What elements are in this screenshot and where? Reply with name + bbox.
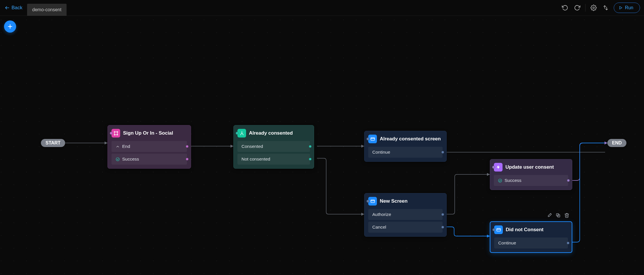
node-output-success[interactable]: Success [112,154,187,165]
node-output-handle[interactable] [186,158,188,161]
svg-point-1 [593,7,594,9]
success-icon [116,157,120,161]
node-output-handle[interactable] [309,145,311,148]
node-input-handle[interactable] [367,138,369,140]
node-title: New Screen [380,198,407,204]
node-type-icon [368,135,377,143]
bolt-icon [496,165,501,169]
node-title: Already consented screen [380,136,441,142]
back-label: Back [12,5,22,11]
node-output-consented[interactable]: Consented [237,141,310,152]
end-pill: END [607,139,626,147]
row-label: Continue [498,240,516,246]
add-node-button[interactable] [4,20,16,33]
node-output-handle[interactable] [567,179,570,182]
node-output-authorize[interactable]: Authorize [368,209,443,220]
toolbar-divider [585,4,586,12]
svg-marker-9 [487,173,490,176]
node-did-not-consent[interactable]: Did not Consent Continue [490,221,572,253]
play-icon [619,6,623,10]
screen-icon [370,137,375,142]
svg-marker-8 [361,213,364,216]
node-input-handle[interactable] [492,166,495,169]
node-type-icon [112,129,120,138]
node-output-cancel[interactable]: Cancel [368,222,443,233]
node-output-handle[interactable] [441,151,444,154]
node-toolbar [547,213,570,219]
node-input-handle[interactable] [236,132,239,135]
node-already-consented-screen[interactable]: Already consented screen Continue [364,131,447,162]
node-update-user-consent[interactable]: Update user consent Success [490,159,572,190]
back-button[interactable]: Back [0,0,27,16]
svg-marker-11 [605,142,607,144]
svg-point-15 [114,131,115,132]
settings-button[interactable] [590,4,598,12]
plus-icon [7,23,13,30]
redo-button[interactable] [573,4,581,12]
node-title: Sign Up Or In - Social [123,130,173,136]
branch-icon [239,131,244,136]
success-icon [498,178,502,183]
node-header: Already consented [237,129,310,138]
edit-node-button[interactable] [547,213,553,219]
node-output-handle[interactable] [441,213,444,216]
io-button[interactable] [602,4,610,12]
node-header: Did not Consent [494,225,568,234]
node-output-end[interactable]: End [112,141,187,152]
run-button[interactable]: Run [614,3,640,13]
arrow-left-icon [5,5,10,10]
row-label: End [122,144,130,149]
top-bar: Back demo-consent Run [0,0,644,16]
top-bar-left: Back demo-consent [0,0,67,16]
node-header: Sign Up Or In - Social [112,129,187,138]
chevron-up-icon [116,144,120,149]
node-output-success[interactable]: Success [494,175,568,186]
svg-point-16 [117,131,118,132]
svg-marker-5 [105,142,107,144]
duplicate-node-button[interactable] [556,213,561,219]
run-label: Run [625,5,633,10]
flow-canvas[interactable]: START END Sign Up Or In - Social End Suc… [0,16,644,275]
node-input-handle[interactable] [110,132,113,135]
node-output-continue[interactable]: Continue [368,147,443,158]
row-label: Cancel [372,225,386,230]
node-output-handle[interactable] [186,145,188,148]
node-type-icon [494,225,503,234]
svg-marker-12 [605,142,607,144]
node-title: Update user consent [505,164,554,170]
svg-rect-26 [371,200,375,202]
trash-icon [564,213,569,218]
node-output-continue[interactable]: Continue [494,238,568,248]
tab-flow-name[interactable]: demo-consent [27,4,67,16]
node-signup-social[interactable]: Sign Up Or In - Social End Success [107,125,191,169]
svg-point-18 [117,134,118,135]
svg-marker-6 [231,145,233,148]
node-new-screen[interactable]: New Screen Authorize Cancel [364,193,447,237]
svg-marker-10 [487,235,490,238]
top-bar-right: Run [561,3,640,13]
node-input-handle[interactable] [367,200,369,203]
node-type-icon [494,163,503,172]
node-output-handle[interactable] [309,158,311,161]
gear-icon [590,5,597,11]
node-already-consented[interactable]: Already consented Consented Not consente… [233,125,314,169]
start-label: START [46,140,61,145]
node-input-handle[interactable] [492,228,495,231]
undo-button[interactable] [561,4,569,12]
end-label: END [612,140,622,145]
node-type-icon [368,197,377,206]
svg-point-28 [498,179,502,182]
delete-node-button[interactable] [564,213,570,219]
row-label: Success [122,157,139,162]
node-header: Already consented screen [368,135,443,143]
start-pill: START [41,139,65,147]
pencil-icon [547,213,552,218]
screen-icon [370,199,375,204]
node-title: Already consented [249,130,293,136]
node-output-handle[interactable] [567,242,569,244]
node-output-not-consented[interactable]: Not consented [237,154,310,165]
copy-icon [556,213,561,218]
svg-marker-7 [361,145,364,148]
node-output-handle[interactable] [441,226,444,229]
node-title: Did not Consent [506,227,543,233]
